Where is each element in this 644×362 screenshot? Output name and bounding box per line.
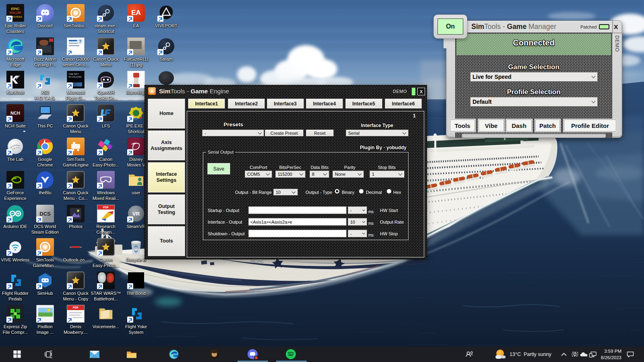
- svg-text:PACIFIC: PACIFIC: [250, 259, 264, 264]
